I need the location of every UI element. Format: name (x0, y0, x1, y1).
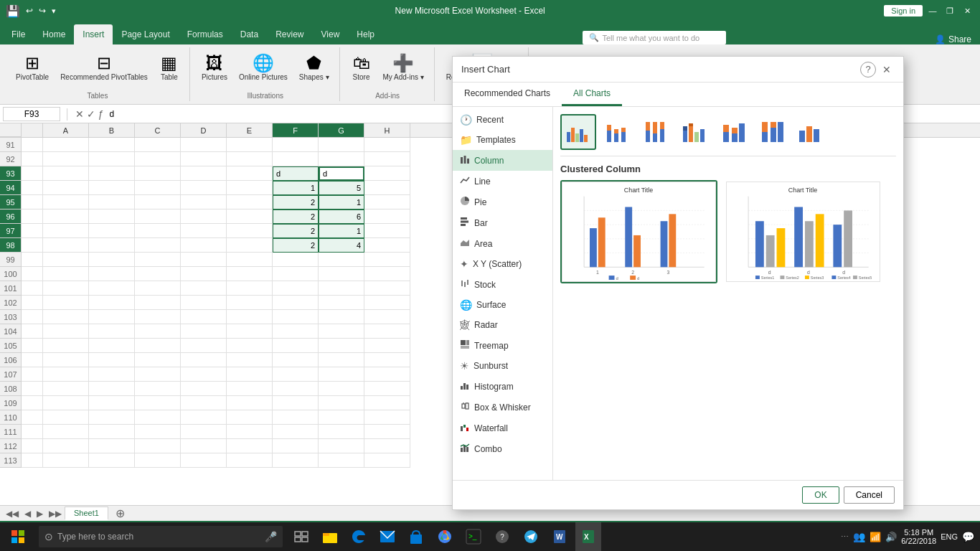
svg-rect-62 (814, 129, 819, 142)
svg-rect-6 (461, 224, 466, 226)
chart-type-100-stacked-column[interactable] (638, 114, 674, 150)
histogram-icon (460, 380, 470, 392)
ok-button[interactable]: OK (802, 486, 839, 504)
svg-text:d: d (768, 270, 771, 275)
svg-rect-36 (621, 132, 626, 142)
svg-rect-12 (466, 340, 469, 345)
sidebar-chart-treemap[interactable]: Treemap (453, 335, 552, 356)
svg-rect-28 (571, 128, 575, 142)
svg-rect-15 (463, 383, 466, 390)
svg-rect-48 (694, 132, 699, 142)
svg-rect-4 (461, 217, 467, 220)
svg-rect-11 (461, 340, 466, 345)
chart-type-3d-stacked[interactable] (715, 114, 751, 150)
dialog-help-button[interactable]: ? (860, 62, 876, 77)
chart-previews: Chart Title (560, 180, 896, 283)
svg-rect-61 (806, 126, 812, 142)
sidebar-chart-recent[interactable]: 🕐 Recent (453, 110, 552, 130)
svg-rect-109 (853, 276, 857, 279)
svg-rect-59 (778, 122, 783, 142)
svg-rect-79 (609, 276, 615, 280)
svg-rect-94 (805, 221, 814, 267)
svg-rect-2 (467, 159, 469, 164)
svg-rect-56 (762, 122, 768, 132)
svg-rect-46 (689, 126, 693, 142)
chart-type-clustered-column[interactable] (560, 114, 596, 150)
sidebar-chart-stock[interactable]: Stock (453, 274, 552, 295)
svg-rect-17 (462, 404, 465, 408)
svg-rect-93 (794, 207, 803, 268)
svg-rect-21 (461, 426, 463, 431)
svg-rect-37 (621, 128, 626, 132)
svg-rect-23 (466, 428, 468, 431)
sidebar-chart-combo[interactable]: Combo (453, 438, 552, 459)
dialog-tab-all[interactable]: All Charts (562, 83, 622, 106)
svg-text:d: d (842, 270, 845, 275)
svg-rect-92 (777, 228, 786, 267)
sidebar-chart-waterfall[interactable]: Waterfall (453, 418, 552, 438)
chart-type-3d-column[interactable] (793, 114, 829, 150)
treemap-chart-icon (460, 339, 470, 352)
svg-rect-14 (461, 386, 463, 390)
sidebar-chart-line[interactable]: Line (453, 171, 552, 192)
svg-text:d: d (637, 276, 639, 281)
svg-text:Chart Title: Chart Title (788, 187, 817, 194)
svg-rect-41 (653, 122, 657, 133)
chart-preview-1[interactable]: Chart Title (560, 180, 717, 283)
svg-rect-33 (607, 125, 611, 131)
svg-text:d: d (616, 276, 618, 281)
insert-chart-dialog: Insert Chart ? ✕ Recommended Charts All … (452, 56, 904, 510)
svg-text:Series3: Series3 (811, 276, 824, 280)
svg-rect-74 (661, 221, 668, 267)
svg-rect-18 (466, 403, 468, 409)
svg-rect-5 (461, 221, 468, 223)
svg-rect-16 (466, 385, 468, 390)
dialog-sidebar: 🕐 Recent 📁 Templates Column (453, 107, 553, 480)
dialog-title-text: Insert Chart (461, 64, 510, 75)
chart-type-3d-clustered[interactable] (677, 114, 712, 150)
svg-rect-47 (689, 123, 693, 126)
dialog-tab-recommended[interactable]: Recommended Charts (453, 83, 562, 106)
sidebar-chart-area[interactable]: Area (453, 233, 552, 254)
cancel-button[interactable]: Cancel (844, 486, 895, 504)
dialog-title-icons: ? ✕ (860, 62, 895, 77)
sidebar-chart-radar[interactable]: 🕸 Radar (453, 315, 552, 335)
svg-text:Series4: Series4 (837, 276, 850, 280)
sidebar-chart-surface[interactable]: 🌐 Surface (453, 295, 552, 315)
svg-rect-105 (805, 276, 809, 279)
svg-rect-27 (567, 132, 570, 142)
dialog-close-button[interactable]: ✕ (879, 62, 895, 77)
sidebar-chart-sunburst[interactable]: ☀ Sunburst (453, 356, 552, 376)
svg-rect-75 (669, 214, 676, 267)
radar-chart-icon: 🕸 (460, 319, 470, 331)
recent-icon: 🕐 (460, 114, 472, 126)
svg-rect-45 (683, 126, 687, 131)
sidebar-chart-column[interactable]: Column (453, 150, 552, 171)
svg-rect-24 (461, 448, 463, 452)
svg-text:d: d (807, 270, 810, 275)
svg-rect-72 (625, 207, 632, 268)
dialog-tabs: Recommended Charts All Charts (453, 83, 903, 107)
column-chart-icon (460, 154, 470, 166)
sidebar-chart-bar[interactable]: Bar (453, 212, 552, 233)
svg-rect-51 (723, 125, 729, 132)
svg-rect-97 (844, 210, 852, 267)
svg-rect-90 (755, 221, 764, 267)
sidebar-chart-pie[interactable]: Pie (453, 192, 552, 212)
svg-rect-43 (660, 122, 664, 129)
svg-rect-95 (816, 214, 824, 267)
svg-rect-39 (646, 122, 650, 131)
sidebar-chart-histogram[interactable]: Histogram (453, 376, 552, 397)
svg-text:Series5: Series5 (859, 276, 872, 280)
chart-preview-2[interactable]: Chart Title (725, 180, 882, 283)
chart-type-icons-row (560, 114, 896, 156)
chart-type-stacked-column[interactable] (599, 114, 635, 150)
sidebar-chart-scatter[interactable]: ✦ X Y (Scatter) (453, 254, 552, 274)
pie-chart-icon (460, 196, 470, 208)
svg-rect-60 (799, 131, 805, 142)
stock-chart-icon (460, 278, 470, 291)
sidebar-chart-box-whisker[interactable]: Box & Whisker (453, 397, 552, 418)
sidebar-chart-templates[interactable]: 📁 Templates (453, 130, 552, 150)
chart-type-3d-100-stacked[interactable] (754, 114, 790, 150)
svg-rect-53 (732, 128, 738, 133)
